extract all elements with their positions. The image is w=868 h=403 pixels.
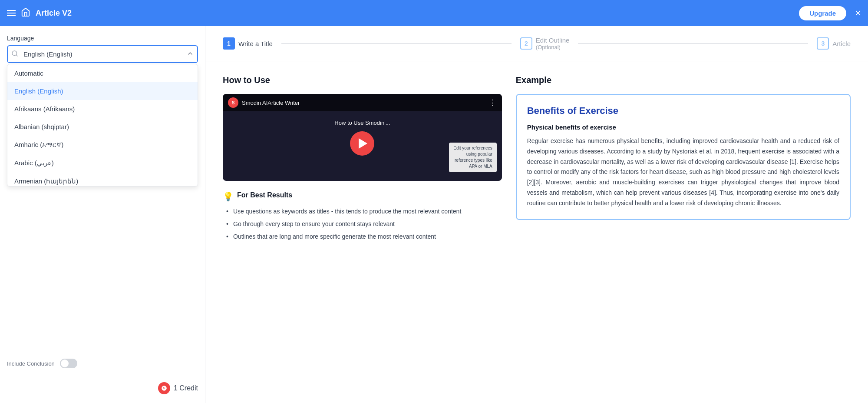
step-1-label: Write a Title — [238, 40, 273, 47]
video-subtitle: How to Use Smodin'... — [334, 120, 390, 126]
main-container: Language Automatic English (English) Afr… — [0, 26, 868, 403]
best-results-title: For Best Results — [237, 191, 292, 199]
language-label: Language — [7, 35, 198, 42]
step-1: 1 Write a Title — [223, 37, 273, 50]
language-search-input[interactable] — [7, 45, 198, 63]
step-2-label: Edit Outline — [536, 37, 570, 44]
bulb-icon: 💡 — [223, 191, 234, 202]
step-connector-2 — [578, 43, 808, 44]
video-container[interactable]: S Smodin AIArticle Writer ⋮ How to Use S… — [223, 94, 502, 181]
step-1-number: 1 — [223, 37, 235, 50]
menu-icon[interactable] — [7, 10, 16, 16]
step-connector-1 — [281, 43, 512, 44]
step-2: 2 Edit Outline (Optional) — [520, 37, 570, 50]
svg-line-1 — [16, 55, 17, 56]
close-button[interactable]: × — [855, 7, 861, 19]
example-title: Example — [516, 75, 851, 85]
upgrade-button[interactable]: Upgrade — [799, 6, 846, 20]
tip-1: Use questions as keywords as titles - th… — [226, 207, 502, 216]
example-card-text: Regular exercise has numerous physical b… — [527, 136, 839, 209]
tip-2: Go through every step to ensure your con… — [226, 220, 502, 229]
tips-list: Use questions as keywords as titles - th… — [223, 207, 502, 241]
header: Article V2 Upgrade × — [0, 0, 868, 26]
home-icon[interactable] — [21, 7, 30, 19]
include-conclusion-label: Include Conclusion — [7, 360, 55, 367]
how-to-use-title: How to Use — [223, 75, 502, 85]
step-2-labels: Edit Outline (Optional) — [536, 37, 570, 50]
dropdown-item-armenian[interactable]: Armenian (հայերեն) — [7, 172, 198, 186]
content-area: 1 Write a Title 2 Edit Outline (Optional… — [205, 26, 868, 403]
dropdown-item-arabic[interactable]: Arabic (عربي) — [7, 154, 198, 172]
dropdown-item-albanian[interactable]: Albanian (shqiptar) — [7, 118, 198, 136]
best-results-header: 💡 For Best Results — [223, 191, 502, 202]
dropdown-item-english[interactable]: English (English) — [7, 82, 198, 100]
include-conclusion-section: Include Conclusion — [7, 359, 77, 368]
search-icon — [11, 50, 18, 59]
example-section: Example Benefits of Exercise Physical be… — [516, 75, 851, 245]
content-grid: How to Use S Smodin AIArticle Writer ⋮ H… — [205, 61, 868, 259]
credit-icon: S — [158, 382, 170, 394]
language-select-wrapper: Automatic English (English) Afrikaans (A… — [7, 45, 198, 63]
example-card-subtitle: Physical benefits of exercise — [527, 123, 839, 131]
steps-bar: 1 Write a Title 2 Edit Outline (Optional… — [205, 26, 868, 61]
svg-text:S: S — [163, 386, 165, 390]
step-3: 3 Article — [817, 37, 851, 50]
language-dropdown-list: Automatic English (English) Afrikaans (A… — [7, 64, 198, 186]
language-dropdown: Automatic English (English) Afrikaans (A… — [7, 64, 198, 187]
dropdown-item-amharic[interactable]: Amharic (አማርኛ) — [7, 136, 198, 154]
how-to-use-section: How to Use S Smodin AIArticle Writer ⋮ H… — [223, 75, 502, 245]
step-3-number: 3 — [817, 37, 829, 50]
video-thumbnail-content: Edit your referencesusing popularreferen… — [449, 143, 497, 172]
dropdown-item-afrikaans[interactable]: Afrikaans (Afrikaans) — [7, 100, 198, 118]
sidebar: Language Automatic English (English) Afr… — [0, 26, 205, 403]
step-2-sub: (Optional) — [536, 44, 570, 50]
chevron-up-icon — [187, 50, 194, 59]
example-card: Benefits of Exercise Physical benefits o… — [516, 94, 851, 220]
include-conclusion-toggle[interactable] — [60, 359, 77, 368]
credit-text: 1 Credit — [174, 384, 198, 392]
dropdown-item-automatic[interactable]: Automatic — [7, 64, 198, 82]
example-card-title: Benefits of Exercise — [527, 105, 839, 117]
credit-section: S 1 Credit — [158, 382, 198, 394]
page-title: Article V2 — [36, 9, 794, 18]
tip-3: Outlines that are long and more specific… — [226, 232, 502, 241]
step-2-number: 2 — [520, 37, 532, 50]
step-3-label: Article — [832, 40, 851, 47]
video-play-button[interactable] — [350, 131, 374, 156]
